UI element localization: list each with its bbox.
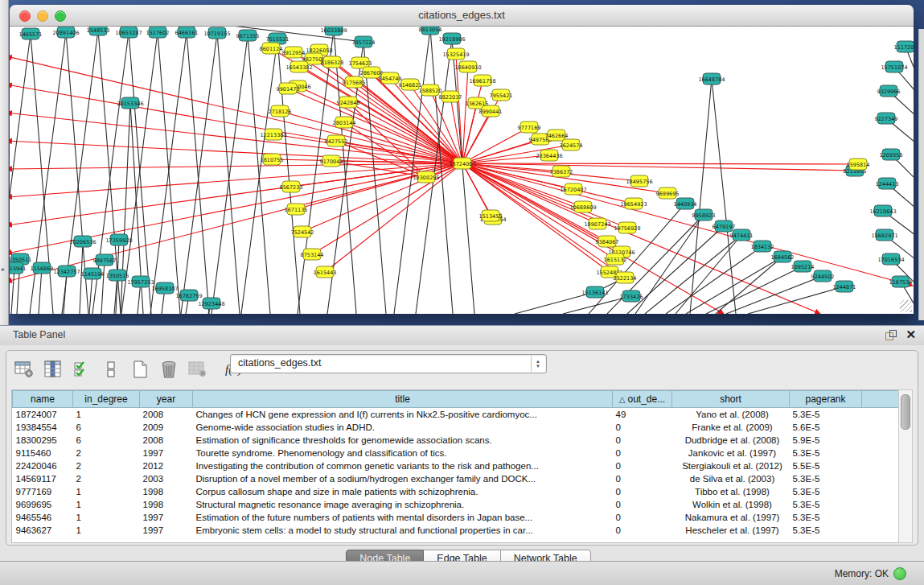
graph-node[interactable]: 16210643	[869, 205, 896, 216]
citation-edge-black[interactable]	[690, 79, 712, 314]
graph-node[interactable]: 18640910	[454, 61, 481, 72]
graph-node[interactable]: 9170042	[320, 155, 343, 167]
column-header-in-degree[interactable]: in_degree	[73, 391, 140, 408]
citation-edge-black[interactable]	[187, 32, 209, 314]
table-row[interactable]: 946554611997Estimation of the future num…	[13, 511, 899, 524]
left-panel-edge[interactable]: ▸	[0, 0, 9, 325]
graph-node[interactable]: 1117204	[894, 41, 914, 52]
citation-edge-black[interactable]	[181, 33, 217, 314]
citation-edge-black[interactable]	[635, 215, 704, 314]
float-window-icon[interactable]	[885, 330, 897, 341]
graph-node[interactable]: 1671135	[285, 204, 308, 215]
table-vertical-scrollbar[interactable]	[898, 389, 913, 543]
table-row[interactable]: 977716911998Corpus callosum shape and si…	[13, 485, 899, 498]
graph-node[interactable]: 10719155	[203, 27, 230, 39]
graph-node[interactable]: 9242848	[337, 97, 360, 108]
graph-node[interactable]: 6466161	[175, 27, 199, 38]
right-panel-edge[interactable]	[918, 29, 924, 320]
citation-edge-black[interactable]	[666, 246, 762, 314]
citation-edge-black[interactable]	[748, 286, 844, 314]
graph-node[interactable]: 9671355	[236, 30, 260, 41]
graph-node[interactable]: 9777169	[518, 122, 541, 133]
graph-node[interactable]: 1513455	[479, 210, 503, 221]
graph-node[interactable]: 9699695	[656, 187, 680, 199]
select-columns-icon[interactable]	[43, 360, 63, 379]
graph-node[interactable]: 9244502	[811, 270, 835, 282]
column-header-title[interactable]: title	[193, 391, 613, 408]
expand-panel-icon[interactable]: ▸	[2, 266, 5, 273]
graph-node[interactable]: 1548533	[87, 27, 110, 35]
graph-node[interactable]: 19218986	[438, 33, 465, 44]
graph-node[interactable]: 9227349	[875, 113, 898, 124]
row-checklist-icon[interactable]	[72, 360, 92, 379]
graph-node[interactable]: 9474411	[730, 229, 754, 241]
table-row[interactable]: 2242004622012Investigating the contribut…	[13, 459, 899, 472]
graph-node[interactable]: 17016534	[877, 253, 904, 265]
graph-node[interactable]: 9897587	[93, 254, 117, 266]
graph-node[interactable]: 20206536	[69, 236, 96, 247]
graph-node[interactable]: 7955421	[490, 89, 513, 101]
citation-edge-black[interactable]	[211, 35, 248, 314]
graph-node[interactable]: 8813054	[419, 27, 442, 35]
column-header-year[interactable]: year	[140, 391, 193, 408]
graph-node[interactable]: 20153346	[117, 97, 143, 109]
graph-node[interactable]: 2718126	[269, 105, 292, 117]
citation-edge-black[interactable]	[248, 35, 270, 314]
graph-node[interactable]: 9901473	[277, 83, 300, 94]
table-row[interactable]: 911546021997Tourette syndrome. Phenomeno…	[13, 447, 899, 459]
citation-edge-black[interactable]	[11, 268, 14, 314]
citation-edge-black[interactable]	[150, 32, 187, 314]
graph-node[interactable]: 1834132	[751, 241, 774, 252]
citation-edge-black[interactable]	[217, 33, 240, 314]
column-header-name[interactable]: name	[13, 391, 73, 408]
network-canvas[interactable]: 1405571208914061548533106532871527602646…	[10, 27, 914, 314]
graph-node[interactable]: 20891406	[52, 27, 79, 38]
graph-node[interactable]: 8601124	[260, 43, 283, 54]
graph-node[interactable]: 12923448	[198, 298, 224, 309]
graph-node[interactable]: 17359928	[105, 234, 132, 245]
column-header-pagerank[interactable]: pagerank	[790, 391, 862, 408]
graph-node[interactable]: 16961758	[469, 75, 495, 86]
scrollbar-thumb[interactable]	[901, 394, 910, 430]
graph-node[interactable]: 1209358	[880, 149, 903, 160]
graph-node[interactable]: 1145194	[81, 268, 105, 279]
graph-node[interactable]: 7524542	[291, 226, 314, 237]
graph-node[interactable]: 16720407	[560, 183, 586, 195]
graph-node[interactable]: 7857224	[352, 36, 376, 47]
graph-node[interactable]: 1167534	[889, 276, 913, 287]
graph-node[interactable]: 1244871	[833, 281, 856, 292]
citation-graph[interactable]: 1405571208914061548533106532871527602646…	[10, 27, 914, 314]
graph-node[interactable]: 8427552	[325, 135, 348, 146]
table-row[interactable]: 1830029562008Estimation of significance …	[13, 434, 899, 447]
network-window-titlebar[interactable]: citations_edges.txt	[10, 5, 914, 27]
citation-edge-black[interactable]	[686, 257, 782, 314]
citation-edge-black[interactable]	[39, 268, 42, 314]
graph-node[interactable]: 16648784	[698, 73, 725, 84]
table-row[interactable]: 1938455462009Genome-wide association stu…	[13, 421, 899, 434]
graph-node[interactable]: 1440934	[674, 198, 697, 209]
graph-node[interactable]: 1095214	[791, 261, 815, 272]
graph-node[interactable]: 1405571	[19, 28, 43, 39]
citation-edge-red[interactable]	[462, 163, 913, 286]
citation-edge-black[interactable]	[64, 271, 67, 314]
window-resize-grip[interactable]	[900, 300, 912, 312]
graph-node[interactable]: 17957253	[127, 276, 154, 287]
graph-node[interactable]: 15751074	[881, 61, 907, 72]
table-source-dropdown[interactable]: citations_edges.txt ▲▼	[230, 354, 547, 373]
table-row[interactable]: 969969511998Structural magnetic resonanc…	[13, 498, 899, 511]
graph-node[interactable]: 9329966	[877, 85, 901, 97]
table-row[interactable]: 946362711997Embryonic stem cells: a mode…	[13, 524, 899, 537]
graph-node[interactable]: 1615443	[314, 266, 337, 278]
graph-node[interactable]: 1350515	[106, 270, 129, 281]
graph-node[interactable]: 16782759	[175, 290, 202, 301]
graph-node[interactable]: 1527602	[146, 27, 170, 38]
trash-icon[interactable]	[159, 360, 179, 379]
graph-node[interactable]: 10688609	[569, 201, 596, 212]
graph-node[interactable]: 9175685	[343, 76, 366, 88]
graph-node[interactable]: 23364436	[536, 150, 562, 161]
citation-edge-black[interactable]	[241, 39, 277, 314]
graph-node[interactable]: 15692971	[871, 229, 897, 241]
column-header-out-degree[interactable]: △out_de...	[613, 391, 672, 408]
graph-node[interactable]: 15325419	[442, 48, 469, 60]
graph-node[interactable]: 8822037	[439, 91, 462, 102]
